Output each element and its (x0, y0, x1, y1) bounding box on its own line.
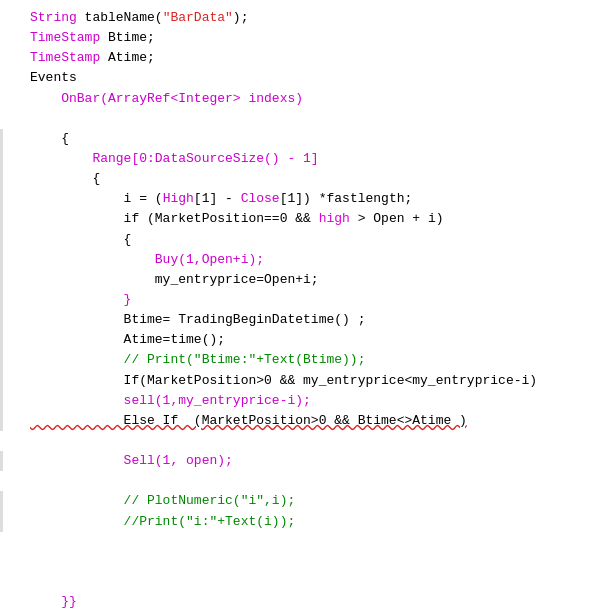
code-line: Events (0, 68, 611, 88)
code-line: Sell(1, open); (0, 451, 611, 471)
code-line: Range[0:DataSourceSize() - 1] (0, 149, 611, 169)
code-line: } (0, 290, 611, 310)
code-line: }} (0, 592, 611, 612)
code-line: Buy(1,Open+i); (0, 250, 611, 270)
code-line: { (0, 230, 611, 250)
code-line: // Print("Btime:"+Text(Btime)); (0, 350, 611, 370)
code-line: i = (High[1] - Close[1]) *fastlength; (0, 189, 611, 209)
code-line: // PlotNumeric("i",i); (0, 491, 611, 511)
code-line: OnBar(ArrayRef<Integer> indexs) (0, 89, 611, 109)
code-line: if (MarketPosition==0 && high > Open + i… (0, 209, 611, 229)
code-line (0, 572, 611, 592)
code-line: { (0, 169, 611, 189)
code-line: TimeStamp Btime; (0, 28, 611, 48)
code-line: Else If (MarketPosition>0 && Btime<>Atim… (0, 411, 611, 431)
code-line (0, 109, 611, 129)
code-line (0, 552, 611, 572)
code-editor: String tableName("BarData");TimeStamp Bt… (0, 0, 611, 615)
code-line: //Print("i:"+Text(i)); (0, 512, 611, 532)
code-line (0, 471, 611, 491)
code-line: If(MarketPosition>0 && my_entryprice<my_… (0, 371, 611, 391)
code-line (0, 431, 611, 451)
code-line: Btime= TradingBeginDatetime() ; (0, 310, 611, 330)
code-line: TimeStamp Atime; (0, 48, 611, 68)
code-line (0, 532, 611, 552)
code-line: Atime=time(); (0, 330, 611, 350)
code-line: String tableName("BarData"); (0, 8, 611, 28)
code-line: sell(1,my_entryprice-i); (0, 391, 611, 411)
code-line: { (0, 129, 611, 149)
code-line: my_entryprice=Open+i; (0, 270, 611, 290)
